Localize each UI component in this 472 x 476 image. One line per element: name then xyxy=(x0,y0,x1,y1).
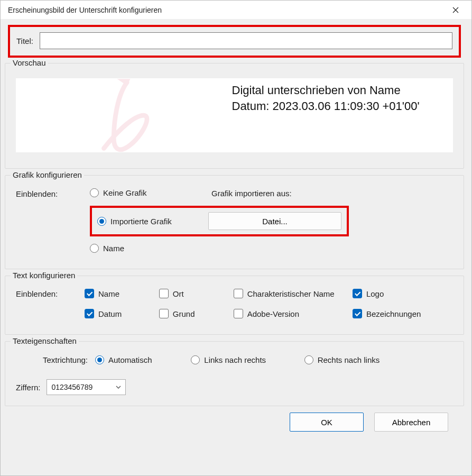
check-adobe[interactable]: Adobe-Version xyxy=(234,309,353,318)
checkbox-icon xyxy=(85,289,94,298)
radio-no-graphic[interactable]: Keine Grafik xyxy=(90,188,206,197)
file-button[interactable]: Datei... xyxy=(208,212,341,230)
check-adobe-label: Adobe-Version xyxy=(247,309,299,318)
checkbox-icon xyxy=(234,309,243,318)
radio-imported-label: Importierte Grafik xyxy=(110,217,172,226)
radio-icon xyxy=(191,355,200,364)
radio-name-label: Name xyxy=(103,244,124,253)
close-icon xyxy=(452,7,459,13)
radio-icon xyxy=(97,217,106,226)
checkbox-icon xyxy=(85,309,94,318)
preview-graphic-area xyxy=(16,78,232,152)
titlebar: Erscheinungsbild der Unterschrift konfig… xyxy=(1,1,471,20)
digits-label: Ziffern: xyxy=(16,383,40,392)
radio-direction-ltr[interactable]: Links nach rechts xyxy=(191,355,304,364)
check-logo[interactable]: Logo xyxy=(353,289,449,298)
window-title: Erscheinungsbild der Unterschrift konfig… xyxy=(8,6,444,14)
check-name-label: Name xyxy=(98,289,119,298)
preview-text-area: Digital unterschrieben von Name Datum: 2… xyxy=(232,78,454,152)
radio-icon xyxy=(90,244,99,253)
check-bez-label: Bezeichnungen xyxy=(366,309,421,318)
close-button[interactable] xyxy=(444,2,467,18)
signature-preview: Digital unterschrieben von Name Datum: 2… xyxy=(16,78,453,152)
radio-name[interactable]: Name xyxy=(90,244,206,253)
radio-no-graphic-label: Keine Grafik xyxy=(103,188,147,197)
chevron-down-icon xyxy=(116,386,121,389)
checkbox-icon xyxy=(159,309,169,318)
text-props-section: Texteigenschaften Textrichtung: Automati… xyxy=(5,341,464,406)
check-ort[interactable]: Ort xyxy=(159,289,234,298)
preview-date: Datum: 2023.03.06 11:09:30 +01'00' xyxy=(232,98,448,114)
checkbox-icon xyxy=(234,289,243,298)
text-legend: Text konfigurieren xyxy=(11,271,77,280)
graphic-import-label: Grafik importieren aus: xyxy=(211,189,349,198)
radio-imported-graphic[interactable]: Importierte Grafik xyxy=(97,217,203,226)
cancel-button[interactable]: Abbrechen xyxy=(374,413,448,432)
checkbox-icon xyxy=(159,289,169,298)
graphic-legend: Grafik konfigurieren xyxy=(11,170,84,179)
digits-value: 0123456789 xyxy=(51,383,92,391)
radio-auto-label: Automatisch xyxy=(108,355,152,364)
graphic-section: Grafik konfigurieren Einblenden: Keine G… xyxy=(5,175,464,269)
title-input[interactable] xyxy=(40,32,452,49)
graphic-show-label: Einblenden: xyxy=(16,188,85,198)
check-datum[interactable]: Datum xyxy=(85,309,159,318)
checkbox-icon xyxy=(353,289,362,298)
radio-icon xyxy=(304,355,313,364)
title-row-highlight: Titel: xyxy=(8,25,461,58)
preview-section: Vorschau Digital unterschrieben von Name… xyxy=(5,63,464,169)
check-cn[interactable]: Charakteristischer Name xyxy=(234,289,353,298)
radio-icon xyxy=(95,355,104,364)
radio-direction-rtl[interactable]: Rechts nach links xyxy=(304,355,418,364)
check-cn-label: Charakteristischer Name xyxy=(247,289,335,298)
radio-rtl-label: Rechts nach links xyxy=(318,355,380,364)
digits-combobox[interactable]: 0123456789 xyxy=(47,379,126,395)
check-name[interactable]: Name xyxy=(85,289,159,298)
radio-ltr-label: Links nach rechts xyxy=(204,355,266,364)
footer: OK Abbrechen xyxy=(5,413,464,434)
preview-signed-by: Digital unterschrieben von Name xyxy=(232,83,448,98)
direction-label: Textrichtung: xyxy=(16,355,95,364)
dialog-window: Erscheinungsbild der Unterschrift konfig… xyxy=(0,0,472,476)
text-show-label: Einblenden: xyxy=(16,289,85,298)
radio-direction-auto[interactable]: Automatisch xyxy=(95,355,191,364)
check-grund-label: Grund xyxy=(173,309,195,318)
preview-legend: Vorschau xyxy=(11,58,48,67)
title-label: Titel: xyxy=(16,36,33,45)
ok-button[interactable]: OK xyxy=(290,413,364,432)
check-grund[interactable]: Grund xyxy=(159,309,234,318)
adobe-logo-ghost-icon xyxy=(87,76,161,155)
text-section: Text konfigurieren Einblenden: Name Ort … xyxy=(5,276,464,335)
text-props-legend: Texteigenschaften xyxy=(11,336,79,345)
imported-graphic-highlight: Importierte Grafik Datei... xyxy=(90,206,349,236)
check-bez[interactable]: Bezeichnungen xyxy=(353,309,449,318)
client-area: Titel: Vorschau Digital unterschrieben v… xyxy=(1,20,471,475)
check-ort-label: Ort xyxy=(173,289,184,298)
checkbox-icon xyxy=(353,309,362,318)
scroll-area[interactable]: Titel: Vorschau Digital unterschrieben v… xyxy=(5,24,471,471)
check-logo-label: Logo xyxy=(366,289,384,298)
check-datum-label: Datum xyxy=(98,309,122,318)
radio-icon xyxy=(90,188,99,197)
